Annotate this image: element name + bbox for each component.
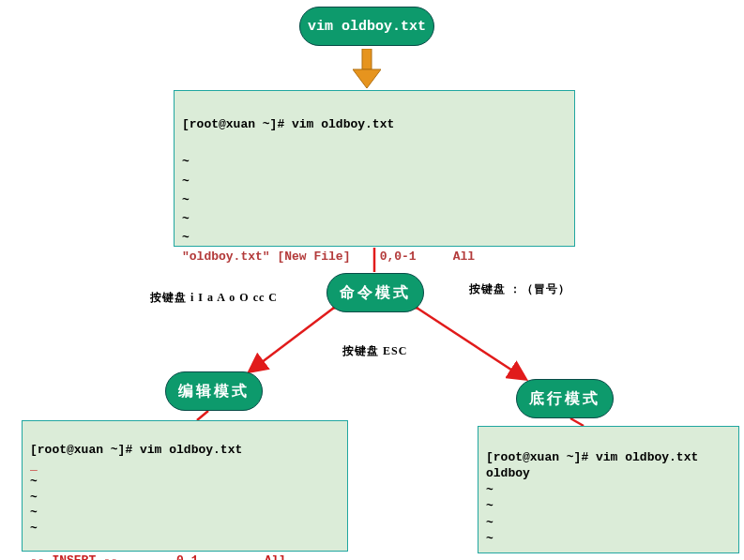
status-line: -- INSERT -- 0,1 All — [30, 553, 286, 560]
content-line: oldboy — [486, 466, 530, 480]
tilde: ~ — [486, 516, 493, 530]
tilde: ~ — [182, 174, 190, 189]
svg-line-6 — [570, 418, 584, 426]
tilde: ~ — [30, 491, 38, 505]
label-enter-lastline: 按键盘 ：（冒号） — [469, 281, 570, 297]
tilde: ~ — [30, 522, 38, 536]
lastline-mode-pill: 底行模式 — [516, 379, 614, 418]
cursor-line: _ — [30, 459, 38, 473]
svg-rect-0 — [362, 49, 372, 69]
tilde: ~ — [486, 532, 493, 546]
prompt-line: [root@xuan ~]# vim oldboy.txt — [182, 117, 394, 131]
terminal-insert-mode: [root@xuan ~]# vim oldboy.txt _ ~ ~ ~ ~ … — [22, 420, 348, 552]
arrow-down-icon — [353, 49, 381, 88]
terminal-lastline-mode: [root@xuan ~]# vim oldboy.txt oldboy ~ ~… — [478, 426, 739, 553]
edit-mode-pill: 编辑模式 — [165, 371, 263, 411]
tilde: ~ — [30, 475, 38, 489]
tilde: ~ — [486, 499, 493, 513]
tilde: ~ — [30, 506, 38, 520]
status-line: "oldboy.txt" [New File] 0,0-1 All — [182, 250, 475, 264]
prompt-line: [root@xuan ~]# vim oldboy.txt — [486, 450, 698, 464]
prompt-line: [root@xuan ~]# vim oldboy.txt — [30, 443, 242, 457]
label-esc: 按键盘 ESC — [342, 343, 407, 359]
svg-line-4 — [417, 308, 525, 379]
tilde: ~ — [182, 155, 190, 169]
svg-marker-1 — [353, 69, 381, 88]
tilde: ~ — [182, 231, 190, 245]
svg-line-3 — [250, 308, 334, 371]
command-mode-pill: 命令模式 — [326, 273, 424, 312]
vim-command-pill: vim oldboy.txt — [299, 7, 434, 46]
terminal-normal-mode: [root@xuan ~]# vim oldboy.txt ~ ~ ~ ~ ~ … — [174, 90, 575, 247]
tilde: ~ — [182, 212, 190, 226]
tilde: ~ — [182, 193, 190, 207]
label-enter-edit: 按键盘 i I a A o O cc C — [150, 290, 278, 306]
svg-line-5 — [197, 411, 208, 420]
tilde: ~ — [486, 483, 493, 497]
